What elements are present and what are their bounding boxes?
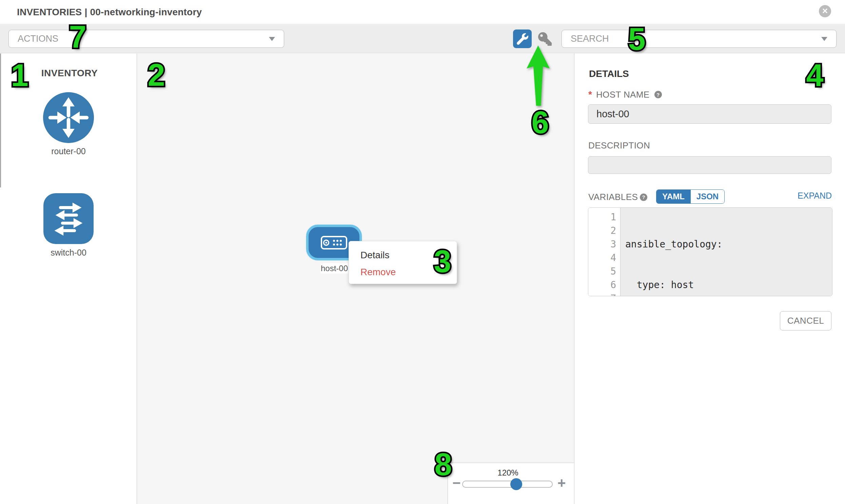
description-input[interactable] — [588, 156, 831, 174]
actions-dropdown[interactable]: ACTIONS — [8, 30, 284, 48]
cancel-button[interactable]: CANCEL — [780, 311, 831, 330]
tab-json[interactable]: JSON — [690, 190, 724, 203]
host-name-label-row: * HOST NAME ? — [588, 89, 662, 100]
tab-yaml[interactable]: YAML — [656, 190, 690, 203]
zoom-level-value: 120% — [494, 468, 522, 478]
host-name-input[interactable] — [588, 104, 831, 124]
node-context-menu: Details Remove — [349, 241, 457, 284]
switch-icon — [43, 193, 93, 244]
variables-label-row: VARIABLES ? — [588, 192, 647, 202]
wrench-icon — [517, 33, 528, 45]
details-panel-title: DETAILS — [589, 69, 629, 79]
host-icon — [320, 236, 348, 250]
zoom-slider-track[interactable] — [462, 481, 553, 488]
palette-item-router-label: router-00 — [35, 146, 102, 156]
description-label: DESCRIPTION — [588, 140, 650, 151]
page-title: INVENTORIES | 00-networking-inventory — [17, 7, 202, 18]
sidebar-scrollbar[interactable] — [0, 54, 1, 187]
chevron-down-icon — [269, 37, 275, 41]
close-button[interactable]: ✕ — [819, 5, 831, 17]
host-node-label: host-00 — [320, 263, 348, 273]
chevron-down-icon — [821, 37, 827, 41]
help-icon[interactable]: ? — [640, 194, 647, 201]
close-icon: ✕ — [822, 7, 828, 16]
code-editor-content[interactable]: ansible_topology: type: host name: host-… — [620, 208, 832, 296]
key-icon — [538, 32, 552, 46]
router-icon — [43, 92, 94, 143]
key-button[interactable] — [538, 32, 552, 47]
code-editor-gutter: 1 2 3 4 5 6 7 — [588, 208, 620, 296]
expand-link[interactable]: EXPAND — [781, 191, 832, 201]
palette-item-router[interactable] — [43, 92, 94, 143]
help-icon[interactable]: ? — [654, 91, 662, 98]
configure-button[interactable] — [513, 30, 532, 48]
zoom-in-icon[interactable]: + — [558, 476, 566, 490]
actions-dropdown-label: ACTIONS — [18, 34, 58, 44]
variables-code-editor[interactable]: 1 2 3 4 5 6 7 ansible_topology: type: ho… — [588, 208, 832, 296]
variables-format-toggle: YAML JSON — [656, 190, 725, 204]
required-marker: * — [588, 89, 592, 100]
search-dropdown[interactable]: SEARCH — [562, 30, 837, 48]
inventory-sidebar-title: INVENTORY — [41, 68, 98, 79]
variables-label: VARIABLES — [588, 192, 638, 202]
context-menu-item-details[interactable]: Details — [349, 247, 457, 264]
palette-item-switch[interactable] — [43, 193, 93, 244]
zoom-out-icon[interactable]: − — [452, 476, 461, 490]
context-menu-item-remove[interactable]: Remove — [349, 264, 457, 281]
search-dropdown-label: SEARCH — [571, 34, 609, 44]
host-name-label: HOST NAME — [596, 89, 650, 100]
palette-item-switch-label: switch-00 — [35, 248, 102, 257]
zoom-slider-thumb[interactable] — [510, 478, 522, 490]
